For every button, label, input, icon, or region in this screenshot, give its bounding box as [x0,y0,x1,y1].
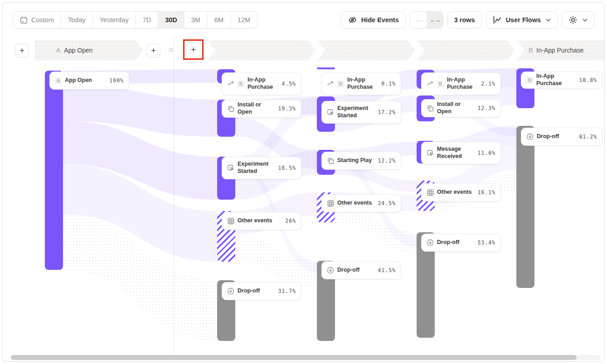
date-range-12m[interactable]: 12M [231,12,257,28]
flow-node-card-dropoff[interactable]: Drop-off 81.2% [521,128,602,146]
flow-step-header: + A App Open + B In-App Purchase [3,40,604,60]
event-badge-b: B [238,81,244,87]
flow-node-card-iap[interactable]: B In-App Purchase 2.1% [421,72,501,95]
cursor-click-icon [427,150,434,157]
approx-symbol: ≈ [168,44,174,55]
cursor-click-icon [227,165,234,172]
step-letter: B [529,47,533,54]
event-badge-b: B [526,77,533,84]
date-range-6m[interactable]: 6M [208,12,231,28]
flow-node-card-install[interactable]: Install or Open 19.3% [222,100,301,118]
view-selector-button[interactable]: User Flows [486,11,558,29]
step-banner-in-app-purchase[interactable]: B In-App Purchase [517,40,604,60]
flow-node-card-other[interactable]: Other events 16.1% [421,183,501,201]
column-width-toggle: →← ←→ [410,11,443,29]
flow-node-card-message[interactable]: Message Received 11.6% [421,142,501,164]
node-bar-app-open[interactable] [45,71,63,270]
flow-node-card-dropoff[interactable]: Drop-off 53.4% [421,234,501,252]
flow-node-card-experiment[interactable]: Experiment Started 18.5% [222,157,301,179]
flow-node-card-other[interactable]: Other events 24.5% [321,194,401,212]
flow-node-card-dropoff[interactable]: Drop-off 31.7% [222,282,301,300]
eye-slash-icon [348,15,357,24]
chevron-down-icon [583,19,588,22]
dropoff-arrow-icon [227,287,234,295]
gear-icon [568,15,578,24]
overlapping-squares-icon [427,105,434,112]
grid-icon [227,218,234,225]
node-bar-iap-col3[interactable] [317,67,335,69]
date-range-3m[interactable]: 3M [185,12,208,28]
step-letter: A [56,47,60,54]
dropoff-arrow-icon [526,133,534,140]
calendar-icon [20,16,28,24]
trending-arrow-icon [327,81,334,86]
date-range-today[interactable]: Today [61,12,93,28]
user-flows-app: Custom Today Yesterday 7D 30D 3M 6M 12M … [2,2,605,362]
add-step-after-anchor-button[interactable]: + [146,43,160,57]
flow-chart-icon [493,16,502,24]
flow-node-card-iap[interactable]: B In-App Purchase 0.1% [321,72,401,95]
flow-node-card-iap[interactable]: B In-App Purchase 18.8% [521,72,602,89]
add-step-before-button[interactable]: + [15,43,29,57]
date-range-custom[interactable]: Custom [13,12,61,28]
add-step-highlighted-button[interactable]: + [186,42,201,57]
cursor-click-icon [327,109,334,116]
date-range-30d[interactable]: 30D [158,12,185,28]
overlapping-squares-icon [327,158,334,164]
flow-node-card-other[interactable]: Other events 26% [222,212,301,230]
date-range-yesterday[interactable]: Yesterday [93,12,136,28]
flow-node-card-dropoff[interactable]: Drop-off 41.5% [321,261,401,279]
step-banner-app-open[interactable]: A App Open [34,40,143,60]
flow-node-card-experiment[interactable]: Experiment Started 17.2% [321,101,401,124]
grid-icon [427,189,434,196]
dropoff-arrow-icon [327,267,334,274]
step-label: App Open [64,47,92,54]
flow-node-card-app-open[interactable]: A App Open 100% [49,72,129,90]
event-badge-b: B [437,81,444,87]
chevron-down-icon [546,19,551,22]
step-banner-4[interactable] [417,40,515,60]
toolbar: Custom Today Yesterday 7D 30D 3M 6M 12M … [13,11,594,29]
hide-events-button[interactable]: Hide Events [341,11,406,29]
node-bar-dropoff-col5[interactable] [516,126,534,288]
grid-icon [327,200,334,207]
trending-arrow-icon [227,81,234,86]
event-badge-a: A [55,77,62,84]
step-label: In-App Purchase [536,47,583,54]
date-range-7d[interactable]: 7D [136,12,159,28]
date-range-group: Custom Today Yesterday 7D 30D 3M 6M 12M [13,11,257,29]
rows-button[interactable]: 3 rows [447,11,482,29]
collapse-columns-button[interactable]: →← [410,12,427,28]
flow-node-card-install[interactable]: Install or Open 12.3% [421,99,501,117]
expand-columns-button[interactable]: ←→ [427,12,443,28]
horizontal-scrollbar-thumb[interactable] [11,355,577,360]
annotation-highlight-box: + [183,39,204,60]
horizontal-scrollbar-track[interactable] [11,355,601,360]
flow-node-card-iap[interactable]: B In-App Purchase 4.5% [222,72,301,95]
step-banner-2[interactable] [208,40,316,60]
overlapping-squares-icon [227,105,234,112]
step-banner-3[interactable] [317,40,415,60]
trending-arrow-icon [427,81,434,86]
dropoff-arrow-icon [427,239,434,246]
toolbar-right-group: Hide Events →← ←→ 3 rows User Flows [341,11,594,29]
settings-button[interactable] [562,11,594,29]
flow-node-card-starting-play[interactable]: Starting Play 12.2% [321,152,401,170]
event-badge-b: B [337,81,344,87]
